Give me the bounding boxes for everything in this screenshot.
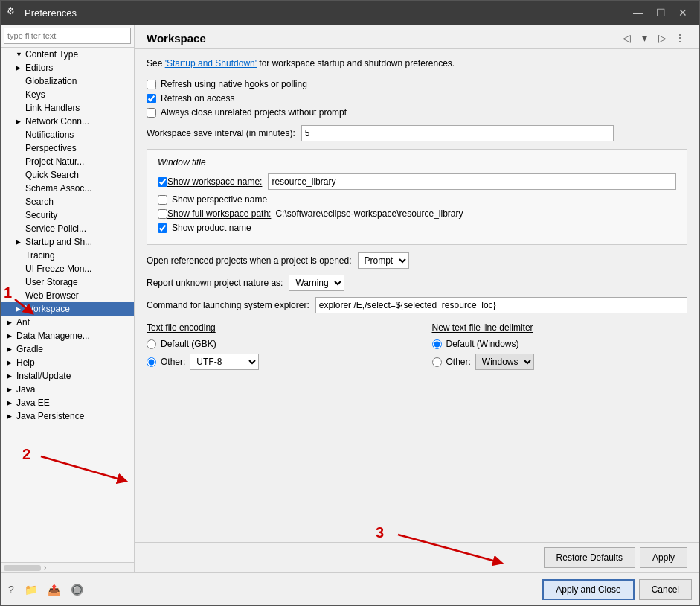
command-input[interactable]	[315, 297, 687, 313]
sidebar-item-schema-assoc[interactable]: Schema Assoc...	[1, 182, 134, 195]
sidebar-item-java-persistence[interactable]: ▶ Java Persistence	[1, 409, 134, 423]
report-unknown-select[interactable]: Warning Error Ignore	[289, 275, 344, 291]
sidebar-filter	[1, 25, 134, 48]
arrow-icon: ▶	[7, 412, 14, 420]
close-unrelated-label: Always close unrelated projects without …	[161, 107, 347, 118]
sidebar-item-java[interactable]: ▶ Java	[1, 383, 134, 396]
delimiter-other-radio[interactable]	[432, 357, 442, 367]
open-referenced-select[interactable]: Prompt Never Always	[358, 252, 409, 269]
forward-button[interactable]: ▷	[655, 31, 670, 45]
bottom-icons: ? 📁 📤 🔘	[8, 584, 538, 596]
sidebar-item-notifications[interactable]: Notifications	[1, 128, 134, 141]
sidebar-item-globalization[interactable]: Globalization	[1, 74, 134, 88]
sidebar-item-service-polici[interactable]: Service Polici...	[1, 222, 134, 235]
refresh-native-checkbox[interactable]	[147, 80, 156, 89]
arrow-icon: ▶	[7, 372, 14, 380]
sidebar-item-search[interactable]: Search	[1, 195, 134, 208]
open-workspace-icon[interactable]: 📁	[25, 584, 37, 596]
sidebar-item-label: Schema Assoc...	[25, 183, 91, 194]
spacer	[147, 382, 687, 397]
open-referenced-row: Open referenced projects when a project …	[147, 252, 687, 269]
sidebar-item-label: Data Manageme...	[16, 331, 90, 341]
sidebar-item-label: Java	[16, 384, 35, 395]
refresh-access-checkbox[interactable]	[147, 94, 156, 103]
sidebar-item-label: Workspace	[25, 304, 70, 314]
sidebar-item-label: Editors	[25, 63, 53, 73]
sidebar-item-network-conn[interactable]: ▶ Network Conn...	[1, 115, 134, 128]
sidebar-item-workspace[interactable]: ▶ Workspace	[1, 302, 134, 316]
checkbox-refresh-access: Refresh on access	[147, 93, 687, 103]
arrow-icon: ▼	[16, 51, 23, 58]
sidebar-item-startup[interactable]: ▶ Startup and Sh...	[1, 235, 134, 249]
startup-shutdown-link[interactable]: 'Startup and Shutdown'	[165, 58, 257, 68]
show-full-workspace-label: Show full workspace path:	[167, 208, 271, 219]
encoding-default-radio[interactable]	[147, 339, 156, 349]
sidebar-item-label: Link Handlers	[25, 103, 80, 113]
arrow-icon: ▶	[7, 332, 14, 339]
sidebar-item-quick-search[interactable]: Quick Search	[1, 168, 134, 182]
sidebar-item-java-ee[interactable]: ▶ Java EE	[1, 396, 134, 409]
show-workspace-name-checkbox[interactable]	[158, 177, 167, 187]
minimize-button[interactable]: —	[628, 4, 649, 21]
restore-defaults-button[interactable]: Restore Defaults	[544, 547, 635, 568]
sidebar-item-gradle[interactable]: ▶ Gradle	[1, 342, 134, 356]
sidebar-item-content-type[interactable]: ▼ Content Type	[1, 48, 134, 61]
close-button[interactable]: ✕	[672, 4, 693, 21]
sidebar-item-ui-freeze[interactable]: UI Freeze Mon...	[1, 262, 134, 275]
sidebar-item-data-manageme[interactable]: ▶ Data Manageme...	[1, 329, 134, 342]
cancel-button[interactable]: Cancel	[639, 579, 692, 600]
sidebar-item-label: Startup and Sh...	[25, 237, 92, 247]
sidebar-item-label: Gradle	[16, 344, 43, 354]
command-row: Command for launching system explorer:	[147, 297, 687, 313]
sidebar-item-perspectives[interactable]: Perspectives	[1, 141, 134, 155]
content-body: See 'Startup and Shutdown' for workspace…	[135, 49, 699, 542]
show-product-name-label: Show product name	[172, 223, 251, 233]
window-title-section: Window title Show workspace name: Show p…	[147, 149, 687, 245]
sidebar-item-user-storage[interactable]: User Storage	[1, 275, 134, 289]
sidebar-item-web-browser[interactable]: Web Browser	[1, 289, 134, 302]
close-unrelated-checkbox[interactable]	[147, 108, 156, 118]
encoding-other-select[interactable]: UTF-8 UTF-16 ISO-8859-1 GBK ASCII	[190, 354, 259, 370]
arrow-icon: ▶	[16, 64, 23, 71]
text-encoding-section: Text file encoding Default (GBK) Other: …	[147, 322, 402, 374]
show-product-name-checkbox[interactable]	[158, 223, 167, 233]
title-bar: ⚙ Preferences — ☐ ✕	[1, 1, 699, 25]
sidebar-item-tracing[interactable]: Tracing	[1, 249, 134, 262]
arrow-icon: ▶	[16, 238, 23, 246]
dialog-footer: ? 📁 📤 🔘 Apply and Close Cancel	[1, 572, 699, 605]
sidebar-item-project-natur[interactable]: Project Natur...	[1, 155, 134, 168]
info-text-prefix: See	[147, 58, 165, 68]
settings-icon[interactable]: 🔘	[71, 584, 83, 596]
delimiter-default-radio[interactable]	[432, 339, 442, 349]
sidebar-item-keys[interactable]: Keys	[1, 88, 134, 101]
delimiter-default-label: Default (Windows)	[446, 339, 519, 349]
sidebar-item-install-update[interactable]: ▶ Install/Update	[1, 369, 134, 383]
delimiter-other-select[interactable]: Windows Unix Mac	[475, 354, 534, 370]
sidebar-item-label: Keys	[25, 89, 45, 100]
sidebar-item-editors[interactable]: ▶ Editors	[1, 61, 134, 74]
save-interval-input[interactable]	[301, 125, 614, 141]
back-button[interactable]: ◁	[619, 31, 634, 45]
workspace-name-input[interactable]	[268, 173, 676, 190]
page-title: Workspace	[147, 32, 619, 45]
help-icon[interactable]: ?	[8, 584, 14, 596]
sidebar-item-security[interactable]: Security	[1, 208, 134, 222]
filter-input[interactable]	[4, 28, 131, 44]
apply-and-close-button[interactable]: Apply and Close	[542, 579, 634, 600]
sidebar-item-label: Search	[25, 197, 54, 207]
sidebar-item-link-handlers[interactable]: Link Handlers	[1, 101, 134, 115]
apply-button[interactable]: Apply	[640, 547, 687, 568]
more-button[interactable]: ⋮	[672, 31, 687, 45]
show-full-workspace-checkbox[interactable]	[158, 209, 167, 219]
encoding-other-radio[interactable]	[147, 357, 156, 367]
open-referenced-label: Open referenced projects when a project …	[147, 255, 352, 266]
arrow-icon: ▶	[7, 319, 14, 326]
export-icon[interactable]: 📤	[48, 584, 60, 596]
show-perspective-checkbox[interactable]	[158, 195, 167, 205]
sidebar-item-help[interactable]: ▶ Help	[1, 356, 134, 369]
back-dropdown-button[interactable]: ▾	[637, 31, 652, 45]
delimiter-default-row: Default (Windows)	[432, 339, 688, 349]
sidebar-item-label: Project Natur...	[25, 156, 84, 167]
maximize-button[interactable]: ☐	[650, 4, 671, 21]
sidebar-item-ant[interactable]: ▶ Ant	[1, 316, 134, 329]
